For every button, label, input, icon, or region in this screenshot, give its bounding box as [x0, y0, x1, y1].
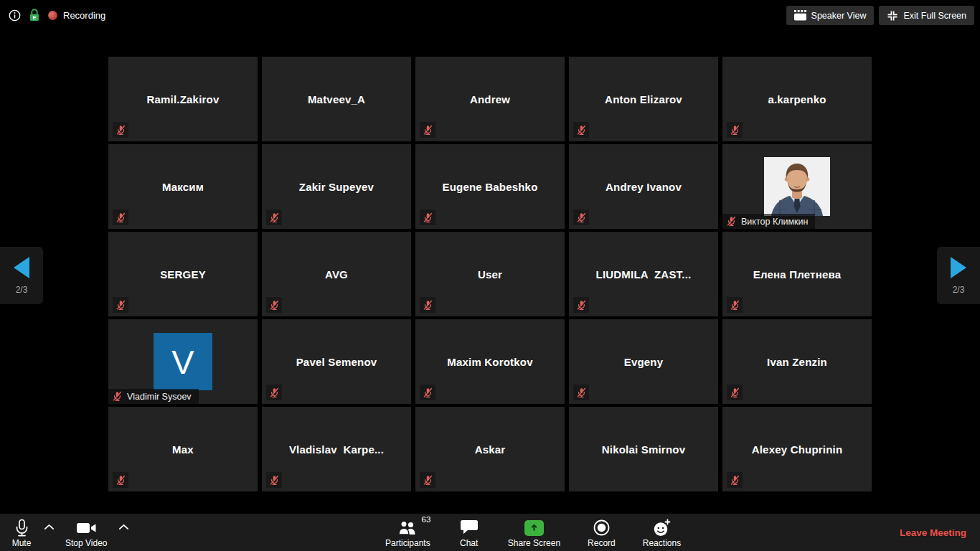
muted-mic-icon: [266, 209, 282, 225]
muted-mic-icon: [573, 297, 589, 313]
participant-tile[interactable]: Anton Elizarov: [569, 57, 718, 141]
participant-tile[interactable]: Andrew: [415, 57, 565, 141]
record-button[interactable]: Record: [583, 514, 620, 551]
reactions-smiley-icon: [652, 518, 672, 537]
participant-tile[interactable]: User: [415, 232, 565, 316]
video-options-chevron[interactable]: [112, 514, 136, 540]
participant-name: Vladimir Sysoev: [127, 392, 192, 402]
participants-count-badge: 63: [422, 515, 431, 524]
participant-tile[interactable]: Max: [108, 407, 258, 491]
participant-name: Максим: [108, 144, 258, 229]
muted-mic-icon: [727, 122, 743, 138]
participant-name: Nikolai Smirnov: [569, 407, 718, 491]
reactions-button[interactable]: Reactions: [639, 514, 685, 551]
participant-tile[interactable]: Виктор Климкин: [722, 144, 872, 229]
muted-mic-icon: [420, 472, 435, 488]
encryption-lock-icon[interactable]: E: [29, 8, 40, 22]
muted-mic-icon: [113, 209, 128, 225]
meeting-toolbar: Mute Stop Video 63 Participants: [0, 514, 980, 551]
muted-mic-icon: [113, 297, 128, 313]
participant-name: Елена Плетнева: [722, 232, 872, 316]
mute-button[interactable]: Mute: [6, 514, 37, 551]
muted-mic-icon: [266, 297, 282, 313]
participant-tile[interactable]: Nikolai Smirnov: [569, 407, 718, 491]
participant-name: Maxim Korotkov: [415, 319, 565, 404]
participant-tile[interactable]: Eugene Babeshko: [415, 144, 565, 229]
exit-full-screen-label: Exit Full Screen: [903, 11, 966, 21]
record-label: Record: [588, 538, 616, 548]
muted-mic-icon: [420, 385, 435, 400]
muted-mic-icon: [113, 122, 128, 138]
participant-tile[interactable]: Максим: [108, 144, 258, 229]
recording-indicator: Recording: [48, 10, 105, 21]
participant-tile[interactable]: Alexey Chuprinin: [722, 407, 872, 491]
participant-name: Ivan Zenzin: [722, 319, 872, 404]
participant-tile[interactable]: Evgeny: [569, 319, 718, 404]
participant-name: Виктор Климкин: [741, 217, 808, 227]
previous-page-button[interactable]: 2/3: [0, 247, 43, 304]
participant-tile[interactable]: Ramil.Zakirov: [108, 57, 258, 141]
participant-tile[interactable]: Pavel Semenov: [262, 319, 411, 404]
chat-button[interactable]: Chat: [453, 514, 485, 551]
exit-full-screen-button[interactable]: Exit Full Screen: [879, 6, 974, 25]
muted-mic-icon: [727, 385, 743, 400]
participant-name: Vladislav Karpe...: [262, 407, 411, 491]
participant-name: Pavel Semenov: [262, 319, 411, 404]
view-controls: Speaker View Exit Full Screen: [786, 6, 974, 25]
page-indicator: 2/3: [953, 285, 965, 295]
participant-name: Eugene Babeshko: [415, 144, 565, 229]
left-triangle-arrow-icon: [14, 257, 29, 278]
participant-name: Andrey Ivanov: [569, 144, 718, 229]
chevron-up-icon: [118, 524, 129, 530]
participant-tile[interactable]: Andrey Ivanov: [569, 144, 718, 229]
participant-tile[interactable]: Vladislav Karpe...: [262, 407, 411, 491]
muted-mic-icon: [420, 209, 435, 225]
muted-mic-icon: [573, 209, 589, 225]
participant-tile[interactable]: LIUDMILA ZAST...: [569, 232, 718, 316]
participant-tile[interactable]: VVladimir Sysoev: [108, 319, 258, 404]
muted-mic-icon: [420, 297, 435, 313]
participant-photo: [764, 157, 830, 216]
next-page-button[interactable]: 2/3: [937, 247, 980, 304]
participant-tile[interactable]: Matveev_A: [262, 57, 411, 141]
participant-name-label: Vladimir Sysoev: [108, 389, 199, 404]
gallery-grid-icon: [794, 10, 806, 21]
page-indicator: 2/3: [16, 285, 28, 295]
mute-label: Mute: [12, 538, 32, 548]
share-screen-label: Share Screen: [508, 538, 560, 548]
leave-meeting-button[interactable]: Leave Meeting: [895, 514, 971, 551]
participant-tile[interactable]: a.karpenko: [722, 57, 872, 141]
chevron-up-icon: [44, 524, 55, 530]
info-icon[interactable]: [9, 9, 21, 22]
microphone-icon: [14, 518, 29, 537]
reactions-label: Reactions: [643, 538, 681, 548]
muted-mic-icon: [726, 216, 737, 227]
participant-name: SERGEY: [108, 232, 258, 316]
participant-tile[interactable]: SERGEY: [108, 232, 258, 316]
svg-text:E: E: [32, 14, 36, 21]
participant-tile[interactable]: Zakir Supeyev: [262, 144, 411, 229]
participant-tile[interactable]: AVG: [262, 232, 411, 316]
participant-name: Askar: [415, 407, 565, 491]
speaker-view-button[interactable]: Speaker View: [786, 6, 875, 25]
participants-button[interactable]: 63 Participants: [381, 514, 435, 551]
meeting-status-cluster: E Recording: [9, 6, 105, 24]
muted-mic-icon: [727, 472, 743, 488]
muted-mic-icon: [113, 472, 128, 488]
share-screen-button[interactable]: Share Screen: [504, 514, 565, 551]
participant-name: Max: [108, 407, 258, 491]
stop-video-button[interactable]: Stop Video: [61, 514, 112, 551]
speaker-view-label: Speaker View: [811, 11, 867, 21]
participant-tile[interactable]: Askar: [415, 407, 565, 491]
participant-tile[interactable]: Елена Плетнева: [722, 232, 872, 316]
participants-icon: 63: [397, 518, 418, 537]
recording-dot-icon: [48, 11, 57, 20]
participant-tile[interactable]: Maxim Korotkov: [415, 319, 565, 404]
chat-label: Chat: [460, 538, 478, 548]
participant-tile[interactable]: Ivan Zenzin: [722, 319, 872, 404]
avatar: V: [154, 333, 212, 390]
participant-name: Alexey Chuprinin: [722, 407, 872, 491]
participant-name: Zakir Supeyev: [262, 144, 411, 229]
muted-mic-icon: [573, 385, 589, 400]
audio-options-chevron[interactable]: [37, 514, 61, 540]
